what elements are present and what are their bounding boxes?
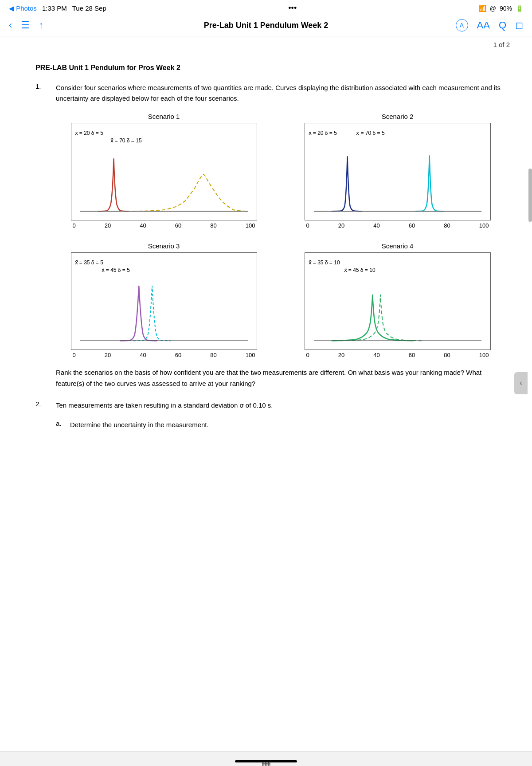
s4-ann1: x̄ = 35 δ = 10 — [309, 259, 340, 266]
scenario-2-graph: x̄ = 20 δ = 5 x̄ = 70 δ = 5 — [305, 123, 491, 220]
share-button[interactable]: ↑ — [39, 20, 43, 31]
q2a-letter: a. — [56, 420, 65, 430]
scenario-4-label: Scenario 4 — [382, 242, 414, 250]
question-1: 1. Consider four scenarios where measure… — [35, 82, 505, 104]
scenario-4-xaxis: 020406080100 — [305, 352, 491, 358]
toolbar-right: A AA Q ◻ — [456, 19, 523, 31]
s4-ann2: x̄ = 45 δ = 10 — [344, 267, 376, 273]
font-button[interactable]: AA — [477, 20, 490, 31]
signal-icon: @ — [490, 5, 496, 12]
battery-text: 90% — [500, 5, 512, 12]
status-time: 1:33 PM — [42, 4, 67, 12]
scenario-1-xaxis: 020406080100 — [71, 222, 257, 229]
toolbar-left: ‹ ☰ ↑ — [9, 20, 43, 31]
main-content: PRE-LAB Unit 1 Pendulum for Pros Week 2 … — [0, 51, 532, 751]
scenarios-grid: Scenario 1 x̄ = 20 δ = 5 x̄ = 70 δ = 15 — [56, 113, 505, 358]
q2-number: 2. — [35, 400, 49, 411]
bookmark-button[interactable]: ◻ — [515, 20, 523, 31]
doc-title: Pre-Lab Unit 1 Pendulum Week 2 — [204, 21, 329, 30]
document-title: PRE-LAB Unit 1 Pendulum for Pros Week 2 — [35, 64, 505, 72]
scenario-2-wrap: Scenario 2 x̄ = 20 δ = 5 x̄ = 70 δ = 5 0… — [289, 113, 505, 229]
scenario-2-xaxis: 020406080100 — [305, 222, 491, 229]
status-date: Tue 28 Sep — [72, 4, 106, 12]
scrollbar-thumb[interactable] — [528, 169, 532, 222]
q2-text: Ten measurements are taken resulting in … — [56, 400, 273, 411]
scenario-4-wrap: Scenario 4 x̄ = 35 δ = 10 x̄ = 45 δ = 10… — [289, 242, 505, 358]
bottom-bar: ▦ — [0, 751, 532, 766]
scenario-1-label: Scenario 1 — [148, 113, 180, 120]
sidebar-collapse-button[interactable]: ‹ — [514, 372, 528, 394]
s3-ann2: x̄ = 45 δ = 5 — [102, 267, 130, 273]
s2-ann2: x̄ = 70 δ = 5 — [356, 130, 384, 136]
scenario-2-svg — [305, 123, 490, 220]
toolbar: ‹ ☰ ↑ Pre-Lab Unit 1 Pendulum Week 2 A A… — [0, 15, 532, 36]
question-2: 2. Ten measurements are taken resulting … — [35, 400, 505, 411]
status-bar: ◀ Photos 1:33 PM Tue 28 Sep ••• 📶 @ 90% … — [0, 0, 532, 15]
q1-text: Consider four scenarios where measuremen… — [56, 82, 505, 104]
scenario-3-wrap: Scenario 3 x̄ = 35 δ = 5 x̄ = 45 δ = 5 0… — [56, 242, 272, 358]
page-number: 1 of 2 — [493, 41, 510, 48]
reader-button[interactable]: A — [456, 19, 468, 31]
wifi-icon: 📶 — [479, 5, 486, 12]
s2-ann1: x̄ = 20 δ = 5 — [309, 130, 337, 136]
search-button[interactable]: Q — [499, 20, 506, 31]
scenario-1-graph: x̄ = 20 δ = 5 x̄ = 70 δ = 15 — [71, 123, 257, 220]
menu-button[interactable]: ☰ — [21, 20, 30, 31]
s1-ann1: x̄ = 20 δ = 5 — [75, 130, 103, 136]
back-to-app[interactable]: ◀ Photos — [9, 4, 37, 12]
back-button[interactable]: ‹ — [9, 20, 12, 31]
s1-ann2: x̄ = 70 δ = 15 — [110, 137, 142, 144]
battery-icon: 🔋 — [516, 5, 523, 12]
scenario-3-graph: x̄ = 35 δ = 5 x̄ = 45 δ = 5 — [71, 252, 257, 350]
scenario-1-wrap: Scenario 1 x̄ = 20 δ = 5 x̄ = 70 δ = 15 — [56, 113, 272, 229]
home-indicator[interactable] — [235, 760, 297, 762]
page-indicator-bar: 1 of 2 — [0, 36, 532, 51]
scenario-3-label: Scenario 3 — [148, 242, 180, 250]
status-dots: ••• — [288, 4, 297, 13]
q1-number: 1. — [35, 82, 49, 104]
s3-ann1: x̄ = 35 δ = 5 — [75, 259, 103, 266]
scenario-4-graph: x̄ = 35 δ = 10 x̄ = 45 δ = 10 — [305, 252, 491, 350]
status-left: ◀ Photos 1:33 PM Tue 28 Sep — [9, 4, 106, 12]
status-right: 📶 @ 90% 🔋 — [479, 5, 523, 12]
rank-text: Rank the scenarios on the basis of how c… — [56, 367, 505, 389]
scenario-3-xaxis: 020406080100 — [71, 352, 257, 358]
q2a-text: Determine the uncertainty in the measure… — [70, 420, 209, 430]
q2a: a. Determine the uncertainty in the meas… — [56, 420, 505, 430]
scenario-2-label: Scenario 2 — [382, 113, 414, 120]
